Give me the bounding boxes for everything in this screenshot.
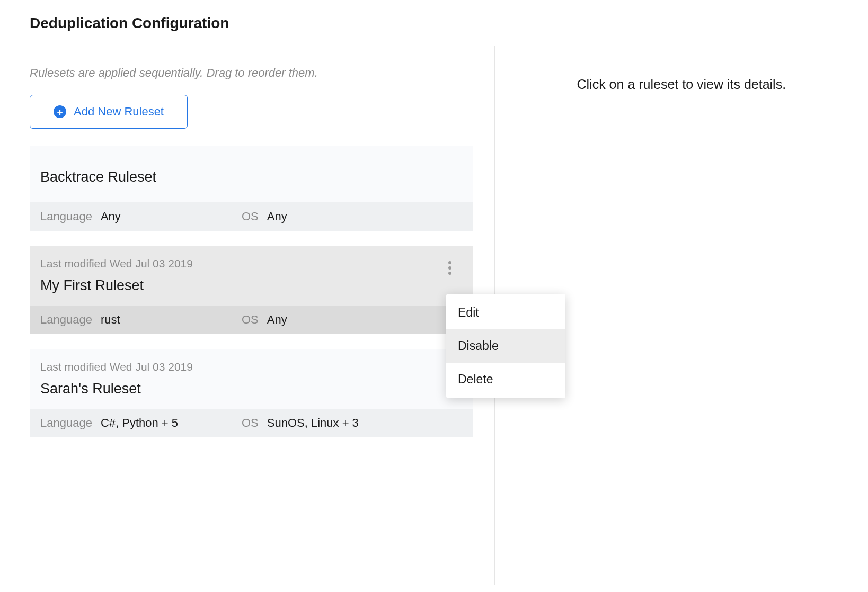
ruleset-body: Last modified Wed Jul 03 2019 My First R…	[30, 246, 473, 306]
menu-item-disable[interactable]: Disable	[446, 329, 565, 363]
language-label: Language	[40, 416, 92, 430]
ruleset-meta: Language Any OS Any	[30, 202, 473, 231]
os-group: OS SunOS, Linux + 3	[242, 416, 359, 430]
ruleset-name: My First Ruleset	[40, 277, 463, 294]
page-title: Deduplication Configuration	[30, 15, 838, 32]
plus-icon: +	[54, 105, 66, 118]
last-modified: Last modified Wed Jul 03 2019	[40, 257, 463, 270]
ruleset-meta: Language C#, Python + 5 OS SunOS, Linux …	[30, 409, 473, 437]
ruleset-body: Backtrace Ruleset	[30, 146, 473, 202]
help-text: Rulesets are applied sequentially. Drag …	[30, 66, 473, 80]
add-button-label: Add New Ruleset	[74, 105, 164, 119]
ruleset-body: Last modified Wed Jul 03 2019 Sarah's Ru…	[30, 349, 473, 409]
last-modified: Last modified Wed Jul 03 2019	[40, 361, 463, 373]
ruleset-list-panel: Rulesets are applied sequentially. Drag …	[0, 46, 495, 585]
ruleset-name: Backtrace Ruleset	[40, 169, 463, 185]
os-label: OS	[242, 416, 259, 430]
menu-item-delete[interactable]: Delete	[446, 363, 565, 396]
language-label: Language	[40, 313, 92, 327]
dedup-config-page: Deduplication Configuration Rulesets are…	[0, 0, 868, 592]
language-group: Language Any	[40, 210, 242, 223]
ruleset-card[interactable]: Last modified Wed Jul 03 2019 Sarah's Ru…	[30, 349, 473, 437]
os-value: SunOS, Linux + 3	[267, 416, 359, 430]
os-group: OS Any	[242, 313, 287, 327]
os-group: OS Any	[242, 210, 287, 223]
language-group: Language rust	[40, 313, 242, 327]
ruleset-list: Backtrace Ruleset Language Any OS Any	[30, 146, 473, 437]
ruleset-card[interactable]: Last modified Wed Jul 03 2019 My First R…	[30, 246, 473, 334]
empty-detail-message: Click on a ruleset to view its details.	[516, 77, 847, 92]
language-group: Language C#, Python + 5	[40, 416, 242, 430]
os-label: OS	[242, 210, 259, 223]
more-vertical-icon	[448, 261, 451, 264]
page-header: Deduplication Configuration	[0, 0, 868, 46]
content-area: Rulesets are applied sequentially. Drag …	[0, 46, 868, 585]
add-new-ruleset-button[interactable]: + Add New Ruleset	[30, 95, 188, 129]
os-value: Any	[267, 210, 287, 223]
os-label: OS	[242, 313, 259, 327]
language-value: Any	[101, 210, 121, 223]
ruleset-card[interactable]: Backtrace Ruleset Language Any OS Any	[30, 146, 473, 231]
ruleset-context-menu: Edit Disable Delete	[446, 294, 565, 398]
menu-item-edit[interactable]: Edit	[446, 296, 565, 329]
language-value: C#, Python + 5	[101, 416, 178, 430]
more-options-button[interactable]	[440, 258, 459, 277]
language-value: rust	[101, 313, 120, 327]
ruleset-name: Sarah's Ruleset	[40, 381, 463, 397]
ruleset-meta: Language rust OS Any	[30, 306, 473, 334]
language-label: Language	[40, 210, 92, 223]
os-value: Any	[267, 313, 287, 327]
